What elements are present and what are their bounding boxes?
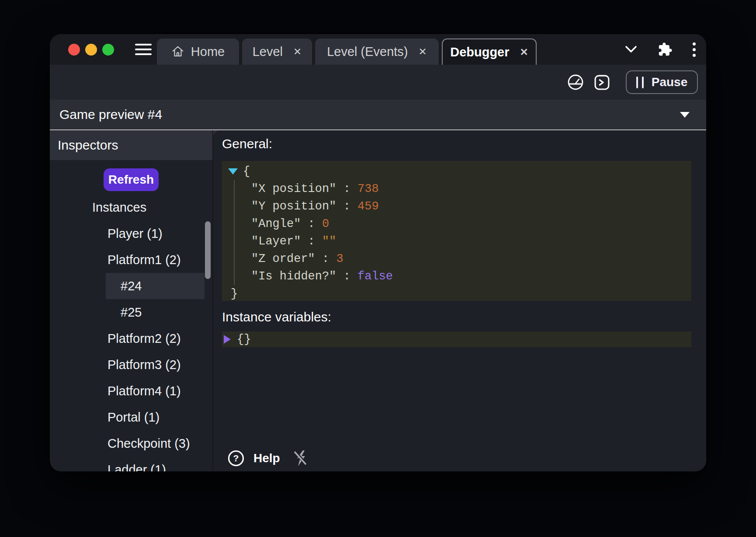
tab-level-events[interactable]: Level (Events) ✕ (315, 38, 439, 65)
tree-item[interactable]: Platform3 (2) (50, 352, 212, 378)
inspectors-sidebar: Inspectors Refresh Instances Player (1) … (50, 130, 213, 471)
property-row: "Y position" : 459 (235, 198, 691, 215)
colon: : (301, 233, 322, 250)
colon: : (336, 198, 357, 215)
help-label: Help (253, 451, 280, 465)
tree-item-label: Player (1) (108, 227, 163, 241)
tree-item[interactable]: Checkpoint (3) (50, 430, 212, 457)
tree-item[interactable]: Instances (50, 194, 212, 220)
dropdown-caret-icon[interactable] (680, 112, 690, 118)
sidebar-scrollbar[interactable] (205, 221, 211, 279)
close-tab-icon[interactable]: ✕ (419, 46, 427, 58)
sidebar-header: Inspectors (50, 130, 212, 160)
tree-item-label: #25 (121, 305, 142, 320)
close-window-button[interactable] (68, 44, 80, 56)
property-value: 3 (336, 250, 343, 268)
tree-item-label: #24 (121, 279, 142, 293)
inspector-panel-wrap: General: { "X position" : 738 "Y positio… (213, 130, 706, 471)
console-icon[interactable] (594, 74, 610, 91)
debugger-content: Inspectors Refresh Instances Player (1) … (50, 130, 706, 471)
property-key: "X position" (251, 180, 336, 198)
preview-title: Game preview #4 (59, 107, 162, 122)
title-bar: Home Level ✕ Level (Events) ✕ Debugger ✕ (50, 34, 706, 65)
tree-item[interactable]: Platform4 (1) (50, 378, 212, 404)
property-value: "" (322, 233, 336, 250)
property-value: 459 (357, 198, 379, 215)
titlebar-actions (624, 34, 696, 65)
zoom-window-button[interactable] (102, 44, 114, 56)
instance-variables-label: Instance variables: (222, 310, 691, 324)
flash-off-icon[interactable] (293, 450, 309, 467)
close-brace: } (231, 285, 238, 303)
tab-home[interactable]: Home (157, 38, 239, 65)
extensions-puzzle-icon[interactable] (658, 42, 673, 57)
colon: : (315, 250, 336, 268)
tab-bar: Home Level ✕ Level (Events) ✕ Debugger ✕ (157, 38, 537, 65)
general-section-label: General: (222, 136, 691, 154)
tree-item-label: Ladder (1) (108, 463, 166, 472)
home-icon (171, 45, 184, 58)
property-key: "Layer" (251, 233, 301, 250)
tab-label: Level (Events) (327, 45, 408, 59)
tree-item[interactable]: Portal (1) (50, 404, 212, 430)
menu-icon[interactable] (135, 44, 152, 55)
tree-item-label: Platform2 (2) (108, 331, 181, 346)
tab-level[interactable]: Level ✕ (242, 38, 312, 65)
window-controls (68, 44, 114, 56)
tree-item[interactable]: Player (1) (50, 220, 212, 247)
tree-item-label: Checkpoint (3) (108, 436, 190, 451)
pause-button-label: Pause (652, 75, 688, 89)
collapse-expander-icon[interactable] (228, 168, 238, 174)
tree-item[interactable]: Platform2 (2) (50, 325, 212, 352)
property-row: "X position" : 738 (235, 180, 691, 198)
property-row: "Z order" : 3 (235, 250, 691, 268)
help-row: ? Help (227, 450, 309, 467)
colon: : (336, 180, 357, 198)
tree-item-label: Platform1 (2) (108, 253, 181, 267)
properties-list: "X position" : 738 "Y position" : 459 "A… (234, 180, 691, 285)
property-value: 738 (357, 180, 379, 198)
chevron-down-icon[interactable] (624, 44, 638, 55)
close-tab-icon[interactable]: ✕ (520, 46, 528, 58)
debugger-toolbar: Pause (50, 65, 706, 100)
tab-label: Debugger (450, 45, 509, 59)
tab-debugger[interactable]: Debugger ✕ (442, 38, 537, 65)
property-key: "Y position" (251, 198, 336, 215)
profiler-gauge-icon[interactable] (567, 73, 584, 91)
close-tab-icon[interactable]: ✕ (293, 46, 302, 58)
tree-item-label: Platform4 (1) (108, 384, 181, 398)
colon: : (336, 268, 357, 285)
preview-selector[interactable]: Game preview #4 (50, 100, 706, 130)
help-question-icon[interactable]: ? (227, 450, 245, 467)
expand-expander-icon[interactable] (224, 335, 231, 344)
property-key: "Z order" (251, 250, 315, 268)
refresh-button[interactable]: Refresh (104, 168, 159, 191)
instances-tree: Instances Player (1) Platform1 (2) #24 (50, 194, 212, 471)
pause-button[interactable]: Pause (626, 70, 698, 94)
tab-label: Home (191, 45, 225, 59)
app-window: Home Level ✕ Level (Events) ✕ Debugger ✕ (50, 34, 706, 471)
tree-item-label: Instances (92, 200, 146, 215)
tree-item[interactable]: #24 (50, 273, 212, 299)
tree-item[interactable]: Ladder (1) (50, 457, 212, 471)
property-row: "Angle" : 0 (235, 215, 691, 233)
pause-icon (636, 77, 644, 88)
minimize-window-button[interactable] (85, 44, 97, 56)
tree-item[interactable]: #25 (50, 299, 212, 325)
tree-item-label: Platform3 (2) (108, 358, 181, 372)
more-options-icon[interactable] (693, 42, 696, 57)
instance-variables-block: {} (222, 331, 691, 347)
tree-item-label: Portal (1) (108, 410, 160, 425)
instance-variables-value: {} (237, 333, 251, 346)
inspector-panel: General: { "X position" : 738 "Y positio… (213, 130, 706, 471)
property-key: "Angle" (251, 215, 301, 233)
property-value: 0 (322, 215, 329, 233)
property-row: "Is hidden?" : false (235, 268, 691, 285)
general-properties-block: { "X position" : 738 "Y position" : 459 … (222, 161, 691, 301)
property-row: "Layer" : "" (235, 233, 691, 250)
open-brace: { (243, 163, 250, 180)
colon: : (301, 215, 322, 233)
property-value: false (357, 268, 393, 285)
svg-text:?: ? (233, 453, 239, 463)
tree-item[interactable]: Platform1 (2) (50, 247, 212, 273)
